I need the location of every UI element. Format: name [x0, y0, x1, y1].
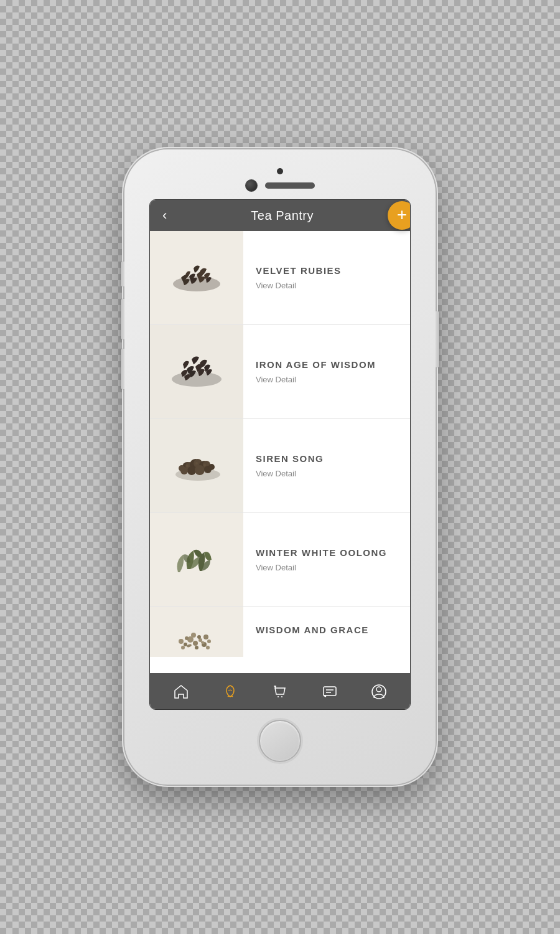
back-button[interactable]: ‹	[162, 207, 167, 224]
tab-profile[interactable]	[364, 681, 394, 703]
svg-point-28	[203, 634, 208, 639]
messages-icon	[321, 683, 338, 700]
tab-bar	[150, 673, 410, 709]
phone-frame: ‹ Tea Pantry +	[124, 149, 436, 785]
home-button[interactable]	[259, 720, 301, 762]
svg-point-10	[195, 465, 205, 475]
navigation-bar: ‹ Tea Pantry +	[150, 200, 410, 231]
camera-lens	[245, 179, 258, 192]
svg-point-29	[181, 646, 185, 649]
leaf-icon	[222, 683, 239, 700]
volume-down-button[interactable]	[121, 349, 124, 389]
phone-screen: ‹ Tea Pantry +	[149, 199, 411, 710]
view-detail-3[interactable]: View Detail	[256, 469, 398, 478]
svg-point-14	[179, 465, 185, 471]
tea-image-3	[150, 419, 243, 512]
home-icon	[172, 683, 190, 700]
tea-info-3: SIREN SONG View Detail	[243, 453, 410, 478]
page-title: Tea Pantry	[167, 209, 398, 223]
plus-icon: +	[397, 206, 407, 224]
volume-mute-button[interactable]	[121, 262, 124, 286]
cart-icon	[271, 683, 289, 700]
tea-name-3: SIREN SONG	[256, 453, 398, 464]
svg-rect-36	[324, 687, 336, 696]
list-item[interactable]: WISDOM AND GRACE	[150, 607, 410, 657]
svg-point-13	[208, 464, 215, 470]
profile-icon	[370, 683, 388, 700]
tea-info-1: VELVET RUBIES View Detail	[243, 265, 410, 290]
svg-point-39	[376, 687, 381, 692]
tea-name-5: WISDOM AND GRACE	[256, 625, 398, 635]
phone-top-area	[124, 162, 436, 199]
tea-name-2: IRON AGE OF WISDOM	[256, 359, 398, 370]
tea-name-4: WINTER WHITE OOLONG	[256, 547, 398, 558]
svg-point-24	[207, 639, 211, 643]
svg-point-16	[195, 462, 198, 465]
svg-point-17	[203, 464, 206, 466]
svg-point-25	[185, 636, 189, 640]
speaker-grille	[265, 182, 315, 189]
svg-point-15	[186, 465, 189, 467]
tab-home[interactable]	[166, 681, 196, 703]
view-detail-1[interactable]: View Detail	[256, 281, 398, 290]
svg-point-31	[206, 646, 210, 649]
tea-image-1	[150, 231, 243, 324]
add-button[interactable]: +	[388, 201, 411, 230]
list-item[interactable]: IRON AGE OF WISDOM View Detail	[150, 325, 410, 419]
tab-cart[interactable]	[265, 681, 295, 703]
volume-up-button[interactable]	[121, 299, 124, 339]
svg-point-26	[191, 633, 196, 638]
phone-bottom-area	[259, 720, 301, 762]
front-camera	[277, 168, 283, 174]
tab-tea[interactable]	[215, 681, 245, 703]
tea-list: VELVET RUBIES View Detail	[150, 231, 410, 673]
svg-point-9	[187, 466, 196, 475]
tea-image-2	[150, 325, 243, 418]
tea-info-4: WINTER WHITE OOLONG View Detail	[243, 547, 410, 572]
tea-info-2: IRON AGE OF WISDOM View Detail	[243, 359, 410, 384]
tea-name-1: VELVET RUBIES	[256, 265, 398, 276]
tab-messages[interactable]	[315, 681, 345, 703]
tea-image-4	[150, 513, 243, 606]
power-button[interactable]	[436, 311, 439, 367]
svg-point-30	[195, 646, 198, 649]
svg-point-21	[193, 641, 198, 646]
view-detail-2[interactable]: View Detail	[256, 375, 398, 384]
list-item[interactable]: VELVET RUBIES View Detail	[150, 231, 410, 325]
svg-point-1	[172, 372, 222, 387]
svg-point-19	[184, 643, 187, 646]
list-item[interactable]: SIREN SONG View Detail	[150, 419, 410, 513]
list-item[interactable]: WINTER WHITE OOLONG View Detail	[150, 513, 410, 607]
view-detail-4[interactable]: View Detail	[256, 563, 398, 572]
tea-image-5	[150, 607, 243, 657]
tea-info-5: WISDOM AND GRACE	[243, 625, 410, 640]
svg-point-27	[197, 635, 201, 639]
svg-point-18	[179, 639, 184, 644]
